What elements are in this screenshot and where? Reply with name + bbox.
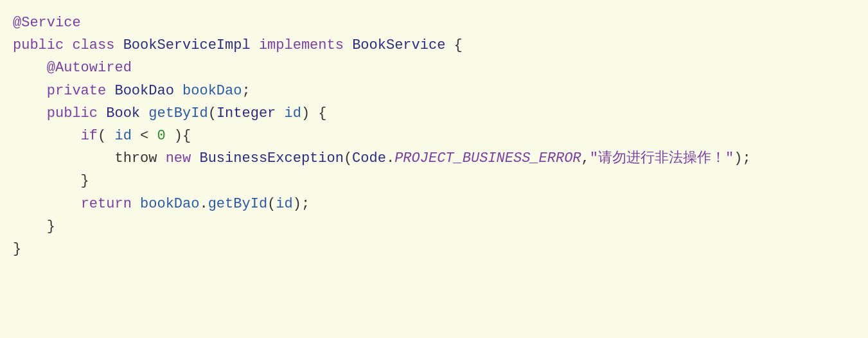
line-9: return bookDao.getById(id);: [13, 193, 855, 215]
line-1: @Service: [13, 12, 855, 34]
var-id2: id: [276, 196, 292, 212]
line-2: public class BookServiceImpl implements …: [13, 34, 855, 57]
keyword-new: new: [166, 150, 191, 166]
line-5: public Book getById(Integer id) {: [13, 102, 855, 125]
string-message: "请勿进行非法操作！": [590, 150, 734, 166]
line-6: if( id < 0 ){: [13, 125, 855, 147]
type-bookdao: BookDao: [114, 83, 173, 99]
annotation-autowired: @Autowired: [47, 60, 132, 76]
param-id: id: [285, 105, 301, 121]
field-project-business-error: PROJECT_BUSINESS_ERROR: [394, 150, 581, 166]
keyword-throw: throw: [114, 150, 157, 166]
line-8: }: [13, 170, 855, 192]
line-10: }: [13, 215, 855, 238]
keyword-public: public: [13, 37, 64, 53]
keyword-private: private: [47, 83, 106, 99]
class-bookserviceimpl: BookServiceImpl: [123, 37, 251, 53]
method-getbyid2: getById: [208, 196, 267, 212]
keyword-class: class: [72, 37, 114, 53]
var-id: id: [114, 128, 131, 144]
keyword-if: if: [81, 128, 98, 144]
class-code: Code: [352, 150, 386, 166]
annotation-service: @Service: [13, 15, 81, 31]
type-book: Book: [106, 105, 140, 121]
field-bookdao: bookDao: [182, 83, 242, 99]
interface-bookservice: BookService: [352, 37, 445, 53]
keyword-implements: implements: [259, 37, 344, 53]
number-zero: 0: [157, 128, 165, 144]
keyword-return: return: [81, 196, 132, 212]
line-4: private BookDao bookDao;: [13, 80, 855, 102]
line-11: }: [13, 238, 855, 260]
code-block: @Service public class BookServiceImpl im…: [0, 0, 868, 338]
line-7: throw new BusinessException(Code.PROJECT…: [13, 147, 855, 170]
class-businessexception: BusinessException: [199, 150, 343, 166]
field-bookdao2: bookDao: [140, 196, 199, 212]
type-integer: Integer: [217, 105, 276, 121]
method-getbyid: getById: [148, 105, 208, 121]
line-3: @Autowired: [13, 57, 855, 79]
keyword-public2: public: [47, 105, 98, 121]
